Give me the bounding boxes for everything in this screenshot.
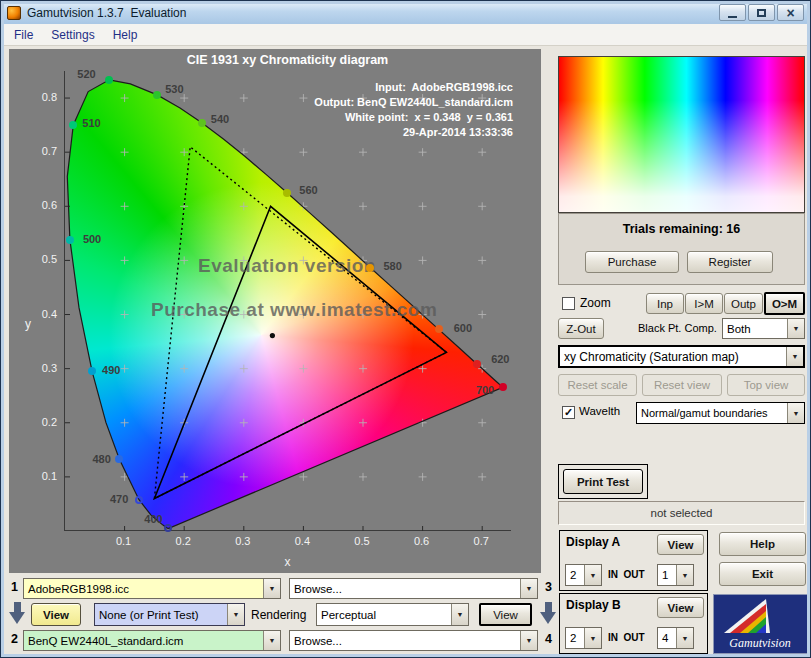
y-tick-0.7: 0.7 bbox=[11, 145, 57, 157]
menubar: File Settings Help bbox=[1, 24, 810, 46]
input-profile-value: AdobeRGB1998.icc bbox=[24, 579, 263, 598]
x-tick-0.5: 0.5 bbox=[348, 535, 376, 547]
profile-4-number: 4 bbox=[545, 632, 552, 646]
top-view-button[interactable]: Top view bbox=[727, 374, 805, 396]
rendering-intent-combo[interactable]: Perceptual ▼ bbox=[316, 603, 469, 626]
annotation-output: Output: BenQ EW2440L_standard.icm bbox=[314, 95, 513, 110]
dropdown-arrow-icon[interactable]: ▼ bbox=[451, 604, 468, 625]
boundaries-value: Normal/gamut boundaries bbox=[637, 403, 787, 423]
exit-button[interactable]: Exit bbox=[719, 562, 806, 586]
y-tick-0.2: 0.2 bbox=[11, 416, 57, 428]
view-mode-combo[interactable]: xy Chromaticity (Saturation map) ▼ bbox=[558, 345, 805, 368]
y-tick-0.5: 0.5 bbox=[11, 253, 57, 265]
display-a-group: Display A View 2 ▼ IN OUT 1 ▼ bbox=[559, 530, 708, 591]
watermark-line1: Evaluation version bbox=[198, 255, 376, 277]
minimize-button[interactable] bbox=[719, 4, 746, 21]
output-browse-combo[interactable]: Browse... ▼ bbox=[289, 630, 538, 651]
register-button[interactable]: Register bbox=[687, 251, 773, 273]
display-b-combo-1[interactable]: 2 ▼ bbox=[565, 627, 602, 649]
logo-sail-icon: Gamutvision bbox=[714, 595, 807, 653]
display-b-group: Display B View 2 ▼ IN OUT 4 ▼ bbox=[559, 593, 708, 654]
dropdown-arrow-icon[interactable]: ▼ bbox=[676, 565, 693, 585]
dropdown-arrow-icon[interactable]: ▼ bbox=[584, 628, 601, 648]
display-a-view-button[interactable]: View bbox=[657, 534, 704, 555]
print-test-combo-value: None (or Print Test) bbox=[95, 604, 227, 625]
x-tick-0.1: 0.1 bbox=[110, 535, 138, 547]
chromaticity-figure: CIE 1931 xy Chromaticity diagram Input: … bbox=[9, 49, 541, 573]
dropdown-arrow-icon[interactable]: ▼ bbox=[263, 579, 280, 598]
zoom-checkbox[interactable] bbox=[562, 297, 575, 310]
chart-title: CIE 1931 xy Chromaticity diagram bbox=[64, 53, 511, 67]
flow-arrow-left-icon bbox=[9, 601, 26, 626]
plot-area: Evaluation version Purchase at www.imate… bbox=[64, 71, 511, 531]
zoom-label: Zoom bbox=[580, 296, 611, 310]
view-1-button[interactable]: View bbox=[31, 603, 81, 626]
black-pt-comp-combo[interactable]: Both ▼ bbox=[722, 318, 805, 339]
y-axis-label: y bbox=[25, 317, 31, 331]
display-a-title: Display A bbox=[566, 535, 620, 549]
dropdown-arrow-icon[interactable]: ▼ bbox=[676, 628, 693, 648]
close-icon: × bbox=[786, 6, 794, 20]
display-b-view-button[interactable]: View bbox=[657, 597, 704, 618]
dropdown-arrow-icon[interactable]: ▼ bbox=[787, 319, 804, 338]
reset-scale-button[interactable]: Reset scale bbox=[558, 374, 637, 396]
display-a-combo-2[interactable]: 1 ▼ bbox=[657, 564, 694, 586]
logo-text: Gamutvision bbox=[729, 636, 790, 650]
x-tick-0.4: 0.4 bbox=[288, 535, 316, 547]
input-browse-combo[interactable]: Browse... ▼ bbox=[289, 578, 538, 599]
dropdown-arrow-icon[interactable]: ▼ bbox=[520, 579, 537, 598]
app-icon bbox=[7, 6, 21, 20]
profile-1-number: 1 bbox=[11, 580, 18, 594]
trials-panel: Trials remaining: 16 Purchase Register bbox=[558, 213, 805, 285]
close-button[interactable]: × bbox=[777, 4, 804, 21]
outp-button[interactable]: Outp bbox=[724, 293, 763, 314]
maximize-icon bbox=[757, 9, 766, 17]
app-window: Gamutvision 1.3.7 Evaluation × File Sett… bbox=[0, 0, 811, 658]
output-profile-combo[interactable]: BenQ EW2440L_standard.icm ▼ bbox=[23, 630, 281, 651]
dropdown-arrow-icon[interactable]: ▼ bbox=[786, 347, 803, 366]
z-out-button[interactable]: Z-Out bbox=[558, 318, 604, 339]
menu-settings[interactable]: Settings bbox=[42, 26, 103, 44]
rendering-label: Rendering bbox=[251, 608, 306, 622]
dropdown-arrow-icon[interactable]: ▼ bbox=[787, 403, 804, 423]
display-b-inout-label: IN OUT bbox=[608, 632, 645, 643]
window-title: Gamutvision 1.3.7 Evaluation bbox=[27, 6, 186, 20]
inp-button[interactable]: Inp bbox=[646, 293, 684, 314]
wavelth-checkbox[interactable] bbox=[562, 406, 575, 419]
view-2-button[interactable]: View bbox=[479, 603, 532, 626]
profile-3-number: 3 bbox=[545, 580, 552, 594]
y-tick-0.1: 0.1 bbox=[11, 470, 57, 482]
help-button[interactable]: Help bbox=[719, 532, 806, 556]
view-mode-value: xy Chromaticity (Saturation map) bbox=[560, 347, 786, 366]
purchase-button[interactable]: Purchase bbox=[585, 251, 679, 273]
input-profile-combo[interactable]: AdobeRGB1998.icc ▼ bbox=[23, 578, 281, 599]
dropdown-arrow-icon[interactable]: ▼ bbox=[227, 604, 244, 625]
display-b-combo-2-value: 4 bbox=[658, 628, 676, 648]
reset-view-button[interactable]: Reset view bbox=[642, 374, 722, 396]
flow-arrow-right-icon bbox=[540, 601, 557, 626]
print-test-button[interactable]: Print Test bbox=[563, 469, 643, 494]
display-b-combo-2[interactable]: 4 ▼ bbox=[657, 627, 694, 649]
o-to-m-button[interactable]: O>M bbox=[764, 292, 805, 315]
display-a-inout-label: IN OUT bbox=[608, 569, 645, 580]
y-tick-0.4: 0.4 bbox=[11, 308, 57, 320]
dropdown-arrow-icon[interactable]: ▼ bbox=[263, 631, 280, 650]
boundaries-combo[interactable]: Normal/gamut boundaries ▼ bbox=[636, 402, 805, 424]
display-a-combo-1[interactable]: 2 ▼ bbox=[565, 564, 602, 586]
output-browse-value: Browse... bbox=[290, 631, 520, 650]
annotation-datetime: 29-Apr-2014 13:33:36 bbox=[314, 125, 513, 140]
dropdown-arrow-icon[interactable]: ▼ bbox=[520, 631, 537, 650]
i-to-m-button[interactable]: I>M bbox=[685, 293, 723, 314]
maximize-button[interactable] bbox=[748, 4, 775, 21]
annotation-whitepoint: White point: x = 0.348 y = 0.361 bbox=[314, 110, 513, 125]
titlebar[interactable]: Gamutvision 1.3.7 Evaluation × bbox=[1, 1, 810, 24]
display-a-combo-1-value: 2 bbox=[566, 565, 584, 585]
profile-2-number: 2 bbox=[11, 632, 18, 646]
watermark-line2: Purchase at www.imatest.com bbox=[151, 299, 437, 321]
dropdown-arrow-icon[interactable]: ▼ bbox=[584, 565, 601, 585]
print-test-combo[interactable]: None (or Print Test) ▼ bbox=[94, 603, 245, 626]
input-browse-value: Browse... bbox=[290, 579, 520, 598]
menu-file[interactable]: File bbox=[5, 26, 42, 44]
print-test-box: Print Test bbox=[558, 464, 648, 499]
menu-help[interactable]: Help bbox=[104, 26, 147, 44]
